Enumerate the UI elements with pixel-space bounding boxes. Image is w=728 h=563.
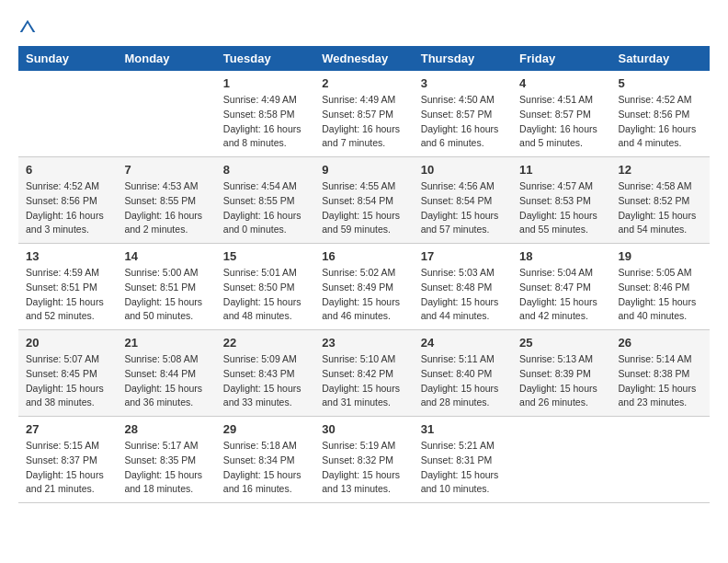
calendar-cell: 4Sunrise: 4:51 AMSunset: 8:57 PMDaylight… [512,71,610,157]
calendar-week-row: 6Sunrise: 4:52 AMSunset: 8:56 PMDaylight… [18,157,710,244]
calendar-cell: 8Sunrise: 4:54 AMSunset: 8:55 PMDaylight… [216,157,314,244]
day-number: 14 [124,249,208,263]
day-number: 20 [26,336,109,350]
day-info: Sunrise: 5:19 AMSunset: 8:32 PMDaylight:… [322,439,405,497]
day-info: Sunrise: 5:15 AMSunset: 8:37 PMDaylight:… [26,439,109,497]
day-number: 29 [223,422,307,436]
calendar-cell: 14Sunrise: 5:00 AMSunset: 8:51 PMDayligh… [117,244,215,330]
calendar-cell [611,417,710,503]
calendar-cell: 15Sunrise: 5:01 AMSunset: 8:50 PMDayligh… [216,244,314,330]
day-info: Sunrise: 5:04 AMSunset: 8:47 PMDaylight:… [519,266,603,324]
day-info: Sunrise: 5:18 AMSunset: 8:34 PMDaylight:… [223,439,307,497]
day-info: Sunrise: 4:54 AMSunset: 8:55 PMDaylight:… [223,179,307,237]
day-number: 17 [421,249,505,263]
day-info: Sunrise: 4:52 AMSunset: 8:56 PMDaylight:… [619,93,702,151]
day-info: Sunrise: 5:02 AMSunset: 8:49 PMDaylight:… [322,266,405,324]
day-number: 26 [619,336,702,350]
day-number: 7 [124,163,208,177]
logo-icon [18,18,37,37]
calendar-cell: 12Sunrise: 4:58 AMSunset: 8:52 PMDayligh… [611,157,710,244]
weekday-header-sunday: Sunday [18,46,117,71]
calendar-cell [18,71,117,157]
day-number: 23 [322,336,405,350]
calendar-cell: 21Sunrise: 5:08 AMSunset: 8:44 PMDayligh… [117,330,215,417]
day-number: 28 [124,422,208,436]
day-info: Sunrise: 5:03 AMSunset: 8:48 PMDaylight:… [421,266,505,324]
calendar-cell: 11Sunrise: 4:57 AMSunset: 8:53 PMDayligh… [512,157,610,244]
calendar-week-row: 1Sunrise: 4:49 AMSunset: 8:58 PMDaylight… [18,71,710,157]
weekday-header-wednesday: Wednesday [314,46,413,71]
day-number: 3 [421,76,505,90]
day-info: Sunrise: 4:52 AMSunset: 8:56 PMDaylight:… [26,179,109,237]
day-info: Sunrise: 4:49 AMSunset: 8:57 PMDaylight:… [322,93,405,151]
weekday-header-saturday: Saturday [611,46,710,71]
day-info: Sunrise: 4:56 AMSunset: 8:54 PMDaylight:… [421,179,505,237]
day-number: 9 [322,163,405,177]
calendar-cell: 1Sunrise: 4:49 AMSunset: 8:58 PMDaylight… [216,71,314,157]
calendar-cell: 13Sunrise: 4:59 AMSunset: 8:51 PMDayligh… [18,244,117,330]
calendar-cell: 19Sunrise: 5:05 AMSunset: 8:46 PMDayligh… [611,244,710,330]
day-info: Sunrise: 5:00 AMSunset: 8:51 PMDaylight:… [124,266,208,324]
calendar-week-row: 27Sunrise: 5:15 AMSunset: 8:37 PMDayligh… [18,417,710,503]
calendar-cell: 3Sunrise: 4:50 AMSunset: 8:57 PMDaylight… [414,71,512,157]
day-info: Sunrise: 5:08 AMSunset: 8:44 PMDaylight:… [124,352,208,410]
day-info: Sunrise: 4:49 AMSunset: 8:58 PMDaylight:… [223,93,307,151]
logo [18,18,40,37]
day-number: 24 [421,336,505,350]
day-info: Sunrise: 4:57 AMSunset: 8:53 PMDaylight:… [519,179,603,237]
day-info: Sunrise: 5:14 AMSunset: 8:38 PMDaylight:… [619,352,702,410]
calendar-cell: 5Sunrise: 4:52 AMSunset: 8:56 PMDaylight… [611,71,710,157]
day-number: 11 [519,163,603,177]
day-number: 13 [26,249,109,263]
day-number: 5 [619,76,702,90]
calendar-cell: 2Sunrise: 4:49 AMSunset: 8:57 PMDaylight… [314,71,413,157]
page-header [18,18,710,37]
day-number: 27 [26,422,109,436]
calendar-cell: 6Sunrise: 4:52 AMSunset: 8:56 PMDaylight… [18,157,117,244]
day-number: 8 [223,163,307,177]
day-number: 15 [223,249,307,263]
weekday-header-monday: Monday [117,46,215,71]
day-info: Sunrise: 5:07 AMSunset: 8:45 PMDaylight:… [26,352,109,410]
calendar-cell: 18Sunrise: 5:04 AMSunset: 8:47 PMDayligh… [512,244,610,330]
calendar-cell: 26Sunrise: 5:14 AMSunset: 8:38 PMDayligh… [611,330,710,417]
calendar-cell [117,71,215,157]
day-info: Sunrise: 5:01 AMSunset: 8:50 PMDaylight:… [223,266,307,324]
calendar-cell: 29Sunrise: 5:18 AMSunset: 8:34 PMDayligh… [216,417,314,503]
calendar-cell: 10Sunrise: 4:56 AMSunset: 8:54 PMDayligh… [414,157,512,244]
day-info: Sunrise: 4:53 AMSunset: 8:55 PMDaylight:… [124,179,208,237]
day-info: Sunrise: 5:11 AMSunset: 8:40 PMDaylight:… [421,352,505,410]
day-info: Sunrise: 5:13 AMSunset: 8:39 PMDaylight:… [519,352,603,410]
day-number: 10 [421,163,505,177]
calendar-week-row: 20Sunrise: 5:07 AMSunset: 8:45 PMDayligh… [18,330,710,417]
day-info: Sunrise: 4:59 AMSunset: 8:51 PMDaylight:… [26,266,109,324]
calendar-cell: 22Sunrise: 5:09 AMSunset: 8:43 PMDayligh… [216,330,314,417]
calendar-cell: 24Sunrise: 5:11 AMSunset: 8:40 PMDayligh… [414,330,512,417]
calendar-cell: 23Sunrise: 5:10 AMSunset: 8:42 PMDayligh… [314,330,413,417]
calendar-cell: 31Sunrise: 5:21 AMSunset: 8:31 PMDayligh… [414,417,512,503]
weekday-header-thursday: Thursday [414,46,512,71]
day-info: Sunrise: 4:50 AMSunset: 8:57 PMDaylight:… [421,93,505,151]
weekday-header-row: SundayMondayTuesdayWednesdayThursdayFrid… [18,46,710,71]
calendar-cell: 28Sunrise: 5:17 AMSunset: 8:35 PMDayligh… [117,417,215,503]
day-info: Sunrise: 5:09 AMSunset: 8:43 PMDaylight:… [223,352,307,410]
weekday-header-friday: Friday [512,46,610,71]
calendar-cell: 16Sunrise: 5:02 AMSunset: 8:49 PMDayligh… [314,244,413,330]
calendar-cell: 30Sunrise: 5:19 AMSunset: 8:32 PMDayligh… [314,417,413,503]
calendar-cell: 25Sunrise: 5:13 AMSunset: 8:39 PMDayligh… [512,330,610,417]
calendar-cell: 9Sunrise: 4:55 AMSunset: 8:54 PMDaylight… [314,157,413,244]
day-number: 25 [519,336,603,350]
day-info: Sunrise: 5:05 AMSunset: 8:46 PMDaylight:… [619,266,702,324]
day-info: Sunrise: 4:51 AMSunset: 8:57 PMDaylight:… [519,93,603,151]
day-number: 12 [619,163,702,177]
day-number: 21 [124,336,208,350]
day-info: Sunrise: 5:17 AMSunset: 8:35 PMDaylight:… [124,439,208,497]
day-number: 18 [519,249,603,263]
calendar-table: SundayMondayTuesdayWednesdayThursdayFrid… [18,46,710,503]
day-number: 31 [421,422,505,436]
day-info: Sunrise: 4:55 AMSunset: 8:54 PMDaylight:… [322,179,405,237]
calendar-cell: 27Sunrise: 5:15 AMSunset: 8:37 PMDayligh… [18,417,117,503]
day-number: 1 [223,76,307,90]
day-number: 19 [619,249,702,263]
day-number: 30 [322,422,405,436]
